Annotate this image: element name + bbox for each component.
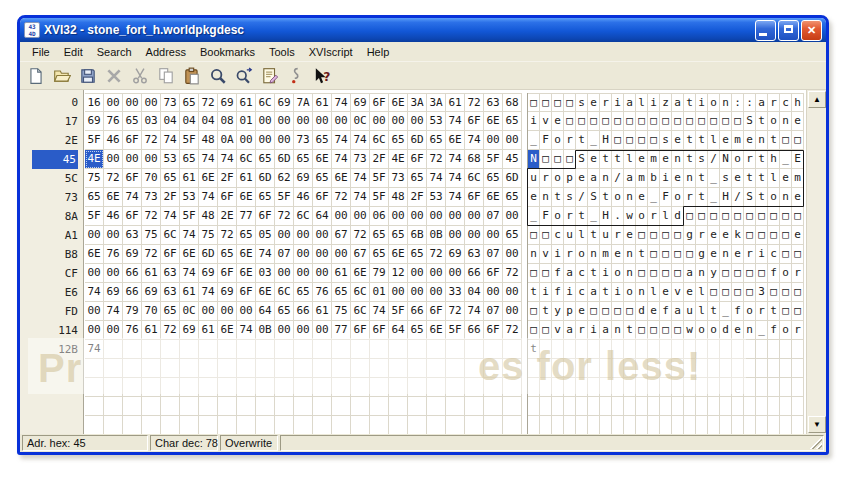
hex-byte-cell[interactable]: 75: [85, 169, 104, 188]
hex-byte-cell[interactable]: 74: [446, 112, 465, 131]
hex-byte-cell[interactable]: [503, 416, 522, 434]
ascii-char-cell[interactable]: e: [708, 226, 720, 245]
hex-byte-cell[interactable]: 70: [142, 169, 161, 188]
ascii-char-cell[interactable]: □: [780, 207, 792, 226]
ascii-char-cell[interactable]: e: [720, 226, 732, 245]
hex-byte-cell[interactable]: 00: [142, 150, 161, 169]
hex-byte-cell[interactable]: 63: [123, 226, 142, 245]
ascii-char-cell[interactable]: /: [732, 188, 744, 207]
ascii-char-cell[interactable]: e: [528, 188, 540, 207]
hex-byte-cell[interactable]: 6C: [370, 131, 389, 150]
ascii-char-cell[interactable]: i: [756, 245, 768, 264]
ascii-char-cell[interactable]: □: [708, 112, 720, 131]
ascii-char-cell[interactable]: H: [600, 207, 612, 226]
hex-byte-cell[interactable]: 75: [142, 226, 161, 245]
hex-byte-cell[interactable]: 74: [123, 188, 142, 207]
ascii-char-cell[interactable]: t: [744, 169, 756, 188]
hex-byte-cell[interactable]: 65: [408, 169, 427, 188]
hex-byte-cell[interactable]: 74: [332, 150, 351, 169]
ascii-char-cell[interactable]: _: [528, 207, 540, 226]
ascii-char-cell[interactable]: /: [612, 169, 624, 188]
ascii-char-cell[interactable]: i: [600, 264, 612, 283]
hex-byte-cell[interactable]: 74: [332, 93, 351, 112]
hex-byte-cell[interactable]: 65: [123, 112, 142, 131]
ascii-char-cell[interactable]: t: [576, 131, 588, 150]
hex-byte-cell[interactable]: 6E: [256, 283, 275, 302]
hex-byte-cell[interactable]: 63: [161, 283, 180, 302]
ascii-char-cell[interactable]: t: [756, 150, 768, 169]
ascii-char-cell[interactable]: [708, 397, 720, 416]
hex-byte-cell[interactable]: 00: [427, 283, 446, 302]
hex-byte-cell[interactable]: 00: [313, 245, 332, 264]
hex-byte-cell[interactable]: 00: [503, 302, 522, 321]
ascii-char-cell[interactable]: [552, 397, 564, 416]
hex-byte-cell[interactable]: 00: [389, 112, 408, 131]
hex-byte-cell[interactable]: 00: [503, 207, 522, 226]
hex-byte-cell[interactable]: 04: [199, 112, 218, 131]
hex-byte-cell[interactable]: 00: [256, 131, 275, 150]
hex-byte-cell[interactable]: [104, 416, 123, 434]
ascii-char-cell[interactable]: □: [612, 302, 624, 321]
hex-byte-cell[interactable]: 6F: [370, 93, 389, 112]
hex-byte-cell[interactable]: 6F: [256, 207, 275, 226]
ascii-char-cell[interactable]: v: [540, 112, 552, 131]
ascii-char-cell[interactable]: [624, 397, 636, 416]
hex-byte-cell[interactable]: 65: [389, 131, 408, 150]
hex-byte-cell[interactable]: 69: [142, 283, 161, 302]
ascii-char-cell[interactable]: v: [672, 283, 684, 302]
ascii-char-cell[interactable]: □: [732, 207, 744, 226]
ascii-char-cell[interactable]: S: [588, 188, 600, 207]
hex-byte-cell[interactable]: 46: [294, 188, 313, 207]
ascii-char-cell[interactable]: □: [540, 150, 552, 169]
ascii-char-cell[interactable]: [792, 359, 804, 378]
ascii-char-cell[interactable]: h: [792, 93, 804, 112]
ascii-char-cell[interactable]: n: [540, 188, 552, 207]
hex-byte-cell[interactable]: 6E: [313, 150, 332, 169]
ascii-char-cell[interactable]: o: [768, 188, 780, 207]
ascii-char-cell[interactable]: [564, 397, 576, 416]
hex-byte-cell[interactable]: 68: [465, 150, 484, 169]
ascii-char-cell[interactable]: □: [744, 226, 756, 245]
hex-byte-cell[interactable]: 74: [465, 302, 484, 321]
ascii-char-cell[interactable]: □: [660, 264, 672, 283]
hex-byte-cell[interactable]: 3A: [427, 93, 446, 112]
hex-byte-cell[interactable]: 68: [503, 93, 522, 112]
hex-byte-cell[interactable]: 6C: [256, 93, 275, 112]
ascii-char-cell[interactable]: i: [528, 112, 540, 131]
hex-byte-cell[interactable]: 6E: [484, 112, 503, 131]
hex-byte-cell[interactable]: 00: [275, 131, 294, 150]
ascii-char-cell[interactable]: □: [648, 131, 660, 150]
hex-byte-cell[interactable]: 07: [484, 302, 503, 321]
paste-button[interactable]: [182, 66, 202, 86]
hex-byte-cell[interactable]: 00: [332, 112, 351, 131]
ascii-char-cell[interactable]: [744, 416, 756, 434]
ascii-char-cell[interactable]: □: [648, 112, 660, 131]
hex-byte-cell[interactable]: 74: [180, 226, 199, 245]
ascii-char-cell[interactable]: t: [696, 169, 708, 188]
hex-byte-cell[interactable]: 00: [465, 207, 484, 226]
ascii-char-cell[interactable]: k: [732, 226, 744, 245]
hex-byte-cell[interactable]: [123, 416, 142, 434]
ascii-char-cell[interactable]: c: [576, 283, 588, 302]
ascii-char-cell[interactable]: m: [792, 169, 804, 188]
ascii-char-cell[interactable]: r: [792, 321, 804, 340]
ascii-char-cell[interactable]: o: [636, 207, 648, 226]
ascii-char-cell[interactable]: p: [564, 302, 576, 321]
hex-byte-cell[interactable]: 72: [503, 264, 522, 283]
hex-byte-cell[interactable]: 00: [85, 264, 104, 283]
hex-byte-cell[interactable]: 5F: [85, 131, 104, 150]
hex-byte-cell[interactable]: 6C: [237, 150, 256, 169]
hex-byte-cell[interactable]: 2F: [370, 150, 389, 169]
ascii-char-cell[interactable]: e: [684, 283, 696, 302]
ascii-char-cell[interactable]: l: [648, 283, 660, 302]
hex-byte-cell[interactable]: 00: [370, 112, 389, 131]
ascii-char-cell[interactable]: o: [576, 245, 588, 264]
properties-button[interactable]: [260, 66, 280, 86]
ascii-char-cell[interactable]: [660, 397, 672, 416]
ascii-char-cell[interactable]: b: [648, 169, 660, 188]
hex-byte-cell[interactable]: 2F: [161, 188, 180, 207]
hex-byte-cell[interactable]: 65: [256, 188, 275, 207]
hex-byte-cell[interactable]: 66: [408, 302, 427, 321]
hex-byte-cell[interactable]: 6F: [161, 245, 180, 264]
hex-byte-cell[interactable]: 74: [161, 131, 180, 150]
